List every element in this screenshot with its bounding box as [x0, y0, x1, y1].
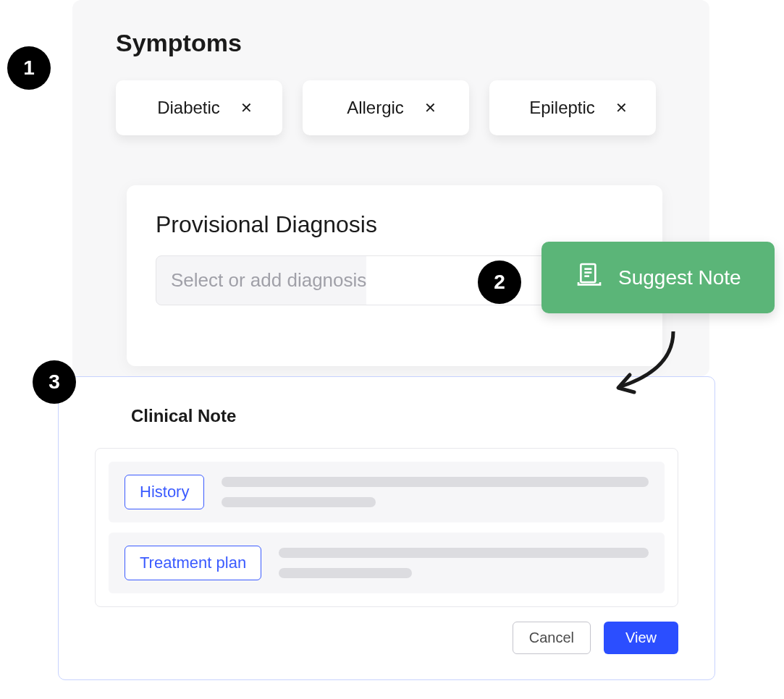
symptom-chips: Diabetic ✕ Allergic ✕ Epileptic ✕: [116, 80, 666, 135]
close-icon[interactable]: ✕: [424, 99, 437, 116]
placeholder-lines: [279, 548, 649, 578]
clinical-note-card: Clinical Note History Treatment plan Can…: [58, 376, 715, 680]
placeholder-line: [279, 568, 412, 578]
step-badge-2: 2: [478, 260, 521, 304]
suggest-note-label: Suggest Note: [618, 266, 741, 289]
clinical-note-title: Clinical Note: [131, 406, 678, 426]
view-button[interactable]: View: [604, 622, 678, 654]
step-badge-1: 1: [7, 46, 51, 90]
chip-label: Allergic: [347, 98, 404, 118]
clinical-note-body: History Treatment plan: [95, 448, 678, 607]
symptom-chip-diabetic: Diabetic ✕: [116, 80, 282, 135]
symptom-chip-allergic: Allergic ✕: [303, 80, 469, 135]
placeholder-lines: [222, 477, 649, 507]
note-row-history: History: [109, 462, 665, 522]
close-icon[interactable]: ✕: [615, 99, 628, 116]
symptom-chip-epileptic: Epileptic ✕: [489, 80, 656, 135]
suggest-note-button[interactable]: Suggest Note: [541, 242, 775, 313]
symptoms-title: Symptoms: [116, 29, 666, 57]
placeholder-line: [279, 548, 649, 558]
close-icon[interactable]: ✕: [240, 99, 253, 116]
cancel-button[interactable]: Cancel: [513, 622, 591, 654]
note-icon: [575, 260, 604, 295]
clinical-note-actions: Cancel View: [95, 622, 678, 654]
placeholder-line: [222, 497, 375, 507]
step-badge-3: 3: [33, 360, 76, 404]
chip-label: Diabetic: [157, 98, 220, 118]
note-row-treatment: Treatment plan: [109, 533, 665, 593]
treatment-plan-tag[interactable]: Treatment plan: [125, 546, 261, 580]
placeholder-line: [222, 477, 649, 487]
chip-label: Epileptic: [529, 98, 595, 118]
diagnosis-title: Provisional Diagnosis: [156, 211, 633, 238]
history-tag[interactable]: History: [125, 475, 204, 509]
arrow-icon: [608, 326, 688, 398]
